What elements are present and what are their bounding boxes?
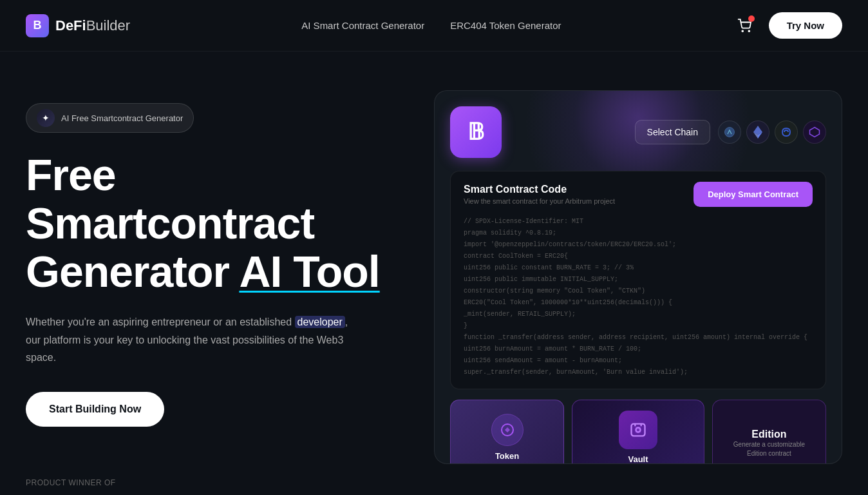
badge: ✦ AI Free Smartcontract Generator [26,103,194,133]
nav-ai-smart-contract[interactable]: AI Smart Contract Generator [301,20,424,31]
code-lines: // SPDX-License-Identifier: MIT pragma s… [464,216,813,378]
nav-links: AI Smart Contract Generator ERC404 Token… [301,20,561,31]
code-panel-header: Smart Contract Code View the smart contr… [464,182,813,207]
code-line: function _transfer(address sender, addre… [464,332,813,344]
code-panel-titles: Smart Contract Code View the smart contr… [464,184,615,205]
chain-icon-polygon[interactable] [803,121,826,144]
start-building-button[interactable]: Start Building Now [26,392,164,427]
try-now-button[interactable]: Try Now [769,12,842,39]
code-line: uint256 public immutable INITIAL_SUPPLY; [464,274,813,286]
vault-icon [619,411,657,449]
chain-icons [718,121,826,144]
hero-section: ✦ AI Free Smartcontract Generator Free S… [0,52,868,495]
token-card-label: Token [495,451,519,461]
cart-button[interactable] [733,14,756,37]
defi-logo-large: 𝔹 [450,106,502,158]
code-line: contract CoolToken = ERC20{ [464,251,813,262]
svg-point-1 [748,30,750,32]
product-winner-label: Product winner of [26,478,408,487]
token-card-sub: Generate a simple Token [471,463,543,464]
select-chain-area: Select Chain [635,120,826,144]
vault-card[interactable]: Vault Generate a smart Vault [572,400,704,464]
chain-icon-chainlink[interactable] [775,121,798,144]
code-panel: Smart Contract Code View the smart contr… [450,171,826,389]
code-line: } [464,320,813,332]
logo-icon: B [26,14,49,37]
chain-icon-arbitrum[interactable] [718,121,741,144]
title-line1: Free Smartcontract [26,150,314,248]
title-line2-highlight: AI Tool [239,247,379,296]
chain-icon-ethereum[interactable] [746,121,769,144]
code-line: super._transfer(sender, burnAmount, 'Bur… [464,367,813,378]
hero-left: ✦ AI Free Smartcontract Generator Free S… [26,90,434,495]
deploy-button[interactable]: Deploy Smart Contract [693,182,813,207]
badge-text: AI Free Smartcontract Generator [61,113,183,123]
right-panel: 𝔹 Select Chain [434,90,842,464]
token-card[interactable]: Token Generate a simple Token [450,400,564,464]
code-line: uint256 public constant BURN_RATE = 3; /… [464,262,813,274]
hero-description: Whether you're an aspiring entrepreneur … [26,313,361,366]
cart-badge [748,15,755,22]
nav-right: Try Now [733,12,842,39]
code-line: _mint(sender, RETAIL_SUPPLY); [464,309,813,320]
desc-highlight: developer [295,316,345,328]
edition-card-sub: Generate a customizable Edition contract [723,440,815,458]
edition-card[interactable]: Edition Generate a customizable Edition … [712,400,826,464]
svg-point-2 [725,128,735,137]
code-line: ERC20("Cool Token", 1000000*10**uint256(… [464,297,813,309]
logo[interactable]: B DeFiBuilder [26,14,130,37]
code-panel-title: Smart Contract Code [464,184,615,195]
title-line2-normal: Generator [26,247,239,296]
code-line: // SPDX-License-Identifier: MIT [464,216,813,228]
hero-title: Free Smartcontract Generator AI Tool [26,151,408,295]
svg-rect-9 [635,427,641,432]
vault-card-label: Vault [628,454,648,464]
desc-before: Whether you're an aspiring entrepreneur … [26,316,295,327]
code-panel-subtitle: View the smart contract for your Arbitru… [464,197,615,205]
nav-erc404[interactable]: ERC404 Token Generator [450,20,561,31]
code-line: uint256 burnAmount = amount * BURN_RATE … [464,344,813,355]
code-line: uint256 sendAmount = amount - burnAmount… [464,355,813,367]
logo-text: DeFiBuilder [55,17,130,34]
badge-icon: ✦ [37,109,55,127]
navbar: B DeFiBuilder AI Smart Contract Generato… [0,0,868,52]
right-top-row: 𝔹 Select Chain [450,106,826,158]
token-card-icon [491,414,524,446]
code-line: pragma solidity ^0.8.19; [464,228,813,239]
code-line: import '@openzeppelin/contracts/token/ER… [464,239,813,251]
code-line: constructor(string memory "Cool Token", … [464,286,813,297]
hero-right: 𝔹 Select Chain [434,90,842,464]
svg-point-0 [742,30,743,32]
bottom-cards: Token Generate a simple Token [450,400,826,464]
select-chain-button[interactable]: Select Chain [635,120,710,144]
edition-card-label: Edition [751,429,786,440]
product-winner-section: Product winner of × Day.2023 < Nnearcon'… [26,478,408,495]
